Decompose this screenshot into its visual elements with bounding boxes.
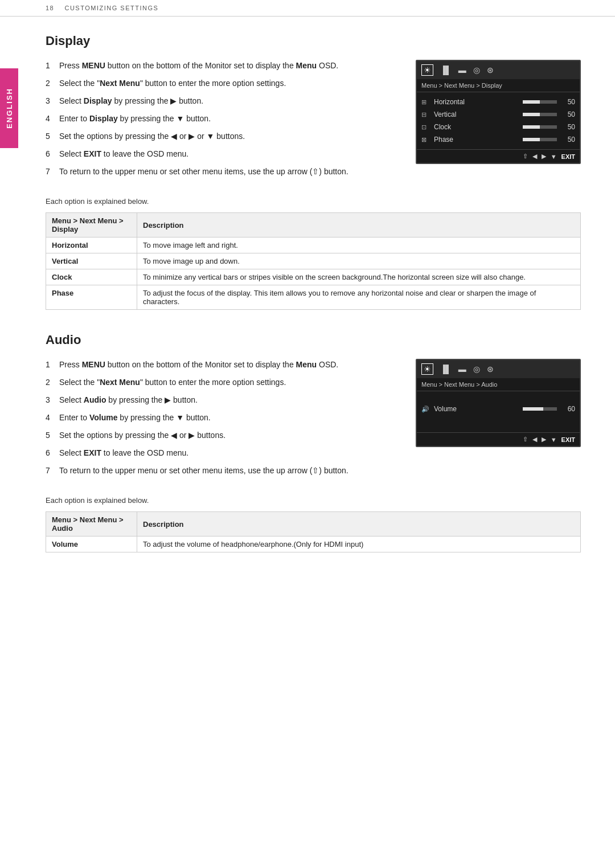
audio-osd-box: ☀ ▐▌ ▬ ◎ ⊛ Menu > Next Menu > Audio 🔊 Vo… xyxy=(416,359,581,447)
display-steps: Press MENU button on the bottom of the M… xyxy=(46,60,399,183)
osd-footer-down: ▼ xyxy=(551,153,557,160)
display-row2-col1: Vertical xyxy=(46,253,137,269)
audio-section-body: Press MENU button on the bottom of the M… xyxy=(46,359,581,482)
audio-step-3: Select Audio by pressing the ▶ button. xyxy=(46,394,399,406)
osd-phase-value: 50 xyxy=(564,136,575,144)
audio-steps: Press MENU button on the bottom of the M… xyxy=(46,359,399,482)
display-row4-col1: Phase xyxy=(46,285,137,310)
display-osd-rows: ⊞ Horizontal 50 ⊟ Vertical 50 ⊡ Clock xyxy=(417,92,580,149)
display-table-col2-header: Description xyxy=(137,213,581,238)
audio-osd-icon-circle: ◎ xyxy=(473,365,480,374)
osd-clock-icon: ⊡ xyxy=(421,124,430,131)
audio-table-col1-header: Menu > Next Menu > Audio xyxy=(46,512,137,537)
audio-osd-breadcrumb: Menu > Next Menu > Audio xyxy=(417,378,580,391)
osd-vertical-icon: ⊟ xyxy=(421,111,430,118)
display-row3-col1: Clock xyxy=(46,269,137,285)
osd-phase-bar xyxy=(523,138,557,141)
osd-row-volume: 🔊 Volume 60 xyxy=(421,403,575,415)
audio-osd-footer-exit: EXIT xyxy=(561,436,575,443)
audio-table-col2-header: Description xyxy=(137,512,581,537)
audio-each-option-text: Each option is explained below. xyxy=(46,496,581,505)
display-row1-col1: Horizontal xyxy=(46,238,137,253)
audio-step-6: Select EXIT to leave the OSD menu. xyxy=(46,447,399,459)
osd-icon-input: ▐▌ xyxy=(440,65,452,75)
table-row: Clock To minimize any vertical bars or s… xyxy=(46,269,581,285)
osd-horizontal-icon: ⊞ xyxy=(421,99,430,106)
display-row1-col2: To move image left and right. xyxy=(137,238,581,253)
audio-step-7: To return to the upper menu or set other… xyxy=(46,465,399,477)
osd-clock-label: Clock xyxy=(434,123,519,131)
osd-row-clock: ⊡ Clock 50 xyxy=(421,121,575,133)
display-step-2: Select the "Next Menu" button to enter t… xyxy=(46,77,399,89)
osd-vertical-value: 50 xyxy=(564,110,575,118)
audio-osd-footer-left: ◀ xyxy=(532,436,537,443)
table-row: Volume To adjust the volume of headphone… xyxy=(46,537,581,552)
osd-volume-value: 60 xyxy=(564,405,575,413)
osd-row-phase: ⊠ Phase 50 xyxy=(421,133,575,146)
side-language-label: ENGLISH xyxy=(0,68,18,148)
audio-osd-icon-settings: ⊛ xyxy=(487,365,494,374)
osd-vertical-bar xyxy=(523,113,557,116)
osd-horizontal-bar xyxy=(523,100,557,104)
page-header: 18 CUSTOMIZING SETTINGS xyxy=(0,0,615,17)
osd-volume-bar xyxy=(523,407,557,411)
display-row2-col2: To move image up and down. xyxy=(137,253,581,269)
display-row4-col2: To adjust the focus of the display. This… xyxy=(137,285,581,310)
osd-top-icons: ☀ ▐▌ ▬ ◎ ⊛ xyxy=(417,61,580,79)
display-each-option-text: Each option is explained below. xyxy=(46,197,581,206)
osd-clock-value: 50 xyxy=(564,123,575,131)
osd-row-vertical: ⊟ Vertical 50 xyxy=(421,108,575,121)
audio-osd-icon-input: ▐▌ xyxy=(440,365,452,374)
osd-row-horizontal: ⊞ Horizontal 50 xyxy=(421,96,575,108)
audio-description-table: Menu > Next Menu > Audio Description Vol… xyxy=(46,511,581,552)
display-step-6: Select EXIT to leave the OSD menu. xyxy=(46,148,399,160)
osd-footer-exit: EXIT xyxy=(561,153,575,160)
audio-osd-footer-up: ⇧ xyxy=(523,436,528,443)
audio-osd-top-icons: ☀ ▐▌ ▬ ◎ ⊛ xyxy=(417,360,580,378)
display-step-3: Select Display by pressing the ▶ button. xyxy=(46,95,399,107)
audio-osd-icon-display: ▬ xyxy=(458,365,466,374)
audio-osd-icon-brightness: ☀ xyxy=(421,363,433,375)
display-osd-footer: ⇧ ◀ ▶ ▼ EXIT xyxy=(417,149,580,163)
osd-clock-bar xyxy=(523,125,557,129)
audio-osd-footer-right: ▶ xyxy=(542,436,546,443)
section-label: CUSTOMIZING SETTINGS xyxy=(64,5,158,11)
osd-icon-display: ▬ xyxy=(458,65,466,75)
table-row: Vertical To move image up and down. xyxy=(46,253,581,269)
display-row3-col2: To minimize any vertical bars or stripes… xyxy=(137,269,581,285)
osd-icon-settings: ⊛ xyxy=(487,65,494,75)
display-osd-breadcrumb: Menu > Next Menu > Display xyxy=(417,79,580,92)
display-osd-screen: ☀ ▐▌ ▬ ◎ ⊛ Menu > Next Menu > Display ⊞ … xyxy=(416,60,581,183)
osd-volume-icon: 🔊 xyxy=(421,406,430,413)
osd-footer-up: ⇧ xyxy=(523,153,528,160)
display-step-5: Set the options by pressing the ◀ or ▶ o… xyxy=(46,130,399,142)
display-step-7: To return to the upper menu or set other… xyxy=(46,166,399,178)
display-steps-list: Press MENU button on the bottom of the M… xyxy=(46,60,399,178)
audio-osd-screen: ☀ ▐▌ ▬ ◎ ⊛ Menu > Next Menu > Audio 🔊 Vo… xyxy=(416,359,581,482)
audio-step-1: Press MENU button on the bottom of the M… xyxy=(46,359,399,371)
osd-vertical-label: Vertical xyxy=(434,110,519,118)
audio-steps-list: Press MENU button on the bottom of the M… xyxy=(46,359,399,477)
osd-horizontal-label: Horizontal xyxy=(434,98,519,106)
osd-icon-brightness: ☀ xyxy=(421,64,433,76)
display-section-body: Press MENU button on the bottom of the M… xyxy=(46,60,581,183)
display-section-title: Display xyxy=(46,34,581,48)
display-step-4: Enter to Display by pressing the ▼ butto… xyxy=(46,113,399,125)
osd-footer-left: ◀ xyxy=(532,153,537,160)
display-osd-box: ☀ ▐▌ ▬ ◎ ⊛ Menu > Next Menu > Display ⊞ … xyxy=(416,60,581,164)
osd-volume-label: Volume xyxy=(434,405,519,413)
audio-step-4: Enter to Volume by pressing the ▼ button… xyxy=(46,412,399,424)
display-table-col1-header: Menu > Next Menu > Display xyxy=(46,213,137,238)
table-row: Horizontal To move image left and right. xyxy=(46,238,581,253)
audio-osd-footer-down: ▼ xyxy=(551,436,557,443)
osd-horizontal-value: 50 xyxy=(564,98,575,106)
osd-icon-circle: ◎ xyxy=(473,65,480,75)
table-row: Phase To adjust the focus of the display… xyxy=(46,285,581,310)
osd-phase-icon: ⊠ xyxy=(421,136,430,144)
page-number: 18 xyxy=(46,5,54,11)
audio-osd-footer: ⇧ ◀ ▶ ▼ EXIT xyxy=(417,432,580,446)
osd-phase-label: Phase xyxy=(434,136,519,144)
display-step-1: Press MENU button on the bottom of the M… xyxy=(46,60,399,72)
display-description-table: Menu > Next Menu > Display Description H… xyxy=(46,212,581,310)
audio-step-5: Set the options by pressing the ◀ or ▶ b… xyxy=(46,429,399,441)
